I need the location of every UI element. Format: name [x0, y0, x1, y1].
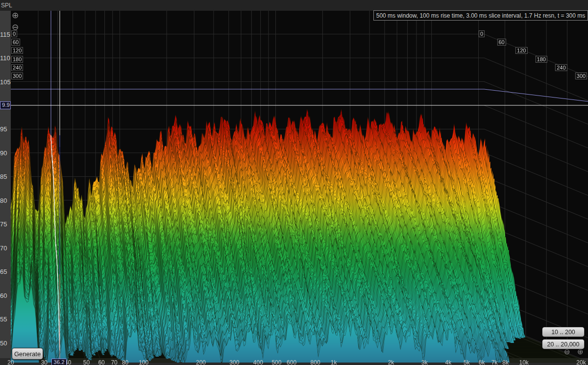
time-tick-label-right: 300 — [575, 73, 587, 79]
range-10-200-button[interactable]: 10 .. 200 — [542, 327, 585, 337]
spl-tick-label: 70 — [0, 244, 10, 251]
freq-tick-label: 30 — [41, 359, 48, 365]
freq-tick-label: 10k — [519, 359, 529, 365]
freq-tick-label: 100 — [139, 359, 148, 365]
zoom-in-icon[interactable]: ⊕ — [12, 11, 19, 20]
spl-tick-label: 60 — [0, 292, 10, 299]
freq-tick-label: 5k — [464, 359, 470, 365]
rew-waterfall-window: SPL 500 ms window, 100 ms rise time, 3.0… — [0, 0, 588, 365]
freq-tick-label: 500 — [271, 359, 281, 365]
time-tick-label-right: 240 — [555, 64, 567, 71]
spl-tick-label: 65 — [0, 268, 10, 275]
generate-button[interactable]: Generate — [12, 348, 43, 360]
freq-tick-label: 20 — [7, 359, 14, 365]
freq-tick-label: 6k — [479, 359, 485, 365]
spl-tick-label: 110 — [0, 54, 10, 62]
range-20-20000-button[interactable]: 20 .. 20,000 — [542, 339, 585, 349]
time-tick-label-left: 180 — [11, 56, 23, 63]
time-tick-label-left: 300 — [11, 73, 23, 79]
spl-tick-label: 80 — [0, 196, 10, 204]
zoom-out-icon[interactable]: ⊖ — [12, 23, 19, 31]
freq-tick-label: 2k — [388, 359, 394, 365]
analysis-settings-readout: 500 ms window, 100 ms rise time, 3.00 ms… — [373, 10, 588, 21]
spl-axis-title: SPL — [1, 2, 12, 9]
time-tick-label-left: 240 — [11, 64, 23, 71]
freq-tick-label: 80 — [122, 359, 128, 365]
time-tick-label-right: 0 — [479, 30, 485, 37]
time-tick-label-right: 180 — [536, 56, 547, 63]
freq-tick-label: 1k — [331, 359, 337, 365]
freq-tick-label: 60 — [98, 359, 104, 365]
spl-tick-label: 50 — [0, 339, 10, 346]
top-bar — [0, 0, 588, 11]
spl-tick-label: 115 — [0, 30, 10, 38]
spl-tick-label: 95 — [0, 125, 10, 133]
freq-tick-label: 3k — [421, 359, 428, 365]
freq-tick-label: 200 — [196, 359, 206, 365]
freq-tick-label: 70 — [111, 359, 117, 365]
freq-tick-label: 8k — [502, 359, 509, 365]
spl-tick-label: 75 — [0, 220, 10, 228]
freq-tick-label: 50 — [83, 359, 90, 365]
time-tick-label-left: 120 — [11, 47, 23, 54]
freq-tick-label: 300 — [229, 359, 239, 365]
spl-tick-label: 55 — [0, 316, 10, 323]
spl-axis-strip — [0, 11, 11, 358]
spl-tick-label: 90 — [0, 149, 10, 156]
spl-tick-label: 105 — [0, 78, 10, 85]
freq-tick-label: 800 — [311, 359, 320, 365]
time-tick-label-left: 60 — [11, 39, 20, 46]
waterfall-plot-canvas[interactable] — [11, 11, 588, 365]
freq-tick-label: 20k — [576, 359, 586, 365]
freq-tick-label: 4k — [445, 359, 451, 365]
time-tick-label-right: 60 — [497, 39, 506, 46]
cursor-spl-readout: 9.9 — [0, 101, 11, 109]
spl-tick-label: 85 — [0, 173, 10, 180]
freq-tick-label: 7k — [491, 359, 498, 365]
freq-tick-label: 400 — [253, 359, 263, 365]
time-tick-label-right: 120 — [515, 47, 527, 54]
freq-tick-label: 600 — [287, 359, 296, 365]
cursor-freq-readout: 36.2 — [51, 359, 67, 365]
